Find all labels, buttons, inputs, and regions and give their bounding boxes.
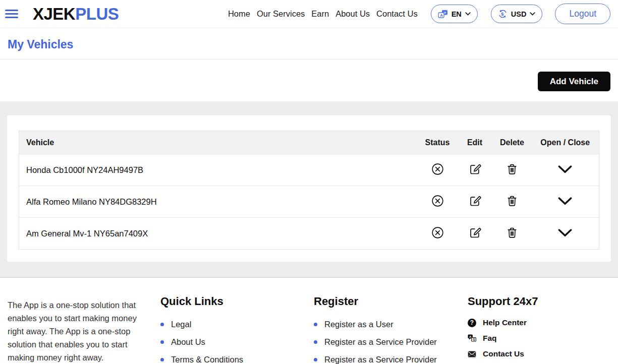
register-title: Register: [314, 295, 468, 308]
footer-link-label: Register as a Service Provider: [324, 355, 437, 364]
language-value: EN: [452, 10, 462, 18]
bullet-icon: [314, 323, 317, 326]
delete-button[interactable]: [504, 225, 520, 242]
bullet-icon: [160, 323, 164, 326]
content-section: Vehicle Status Edit Delete Open / Close …: [0, 101, 618, 277]
footer-link-label: Contact Us: [483, 349, 524, 358]
footer-register-column: Register Register as a User Register as …: [314, 291, 468, 364]
edit-pencil-icon: [468, 162, 482, 177]
footer-link-label: Help Center: [483, 318, 527, 327]
currency-exchange-icon: $: [498, 9, 508, 19]
translate-icon: A: [438, 10, 448, 19]
open-close-toggle[interactable]: [556, 164, 574, 176]
mail-icon: [468, 350, 476, 358]
footer-link-register-user[interactable]: Register as a User: [314, 320, 468, 329]
main-nav: Home Our Services Earn About Us Contact …: [228, 4, 610, 24]
circle-x-icon: [431, 162, 444, 177]
circle-x-icon: [431, 194, 444, 209]
nav-item-about-us[interactable]: About Us: [335, 9, 370, 19]
edit-pencil-icon: [468, 226, 482, 241]
faq-icon: A Q: [468, 334, 476, 343]
footer-link-faq[interactable]: A Q Faq: [468, 334, 610, 343]
currency-value: USD: [511, 10, 527, 18]
question-circle-icon: ?: [468, 319, 476, 327]
footer-link-terms-conditions[interactable]: Terms & Conditions: [160, 355, 314, 364]
quick-links-title: Quick Links: [160, 295, 314, 308]
footer-support-column: Support 24x7 ? Help Center A Q Faq: [468, 291, 610, 364]
bullet-icon: [314, 358, 317, 361]
language-selector[interactable]: A EN: [431, 5, 478, 23]
column-header-delete: Delete: [493, 131, 532, 154]
open-close-toggle[interactable]: [556, 196, 574, 208]
chevron-down-icon: [557, 197, 573, 207]
footer-link-label: About Us: [171, 337, 205, 347]
svg-text:A: A: [469, 335, 472, 338]
svg-text:Q: Q: [473, 338, 475, 341]
logo-text-blue: PLUS: [75, 5, 119, 23]
table-header-row: Vehicle Status Edit Delete Open / Close: [19, 131, 599, 154]
column-header-status: Status: [418, 131, 457, 154]
open-close-toggle[interactable]: [556, 227, 574, 240]
status-toggle-button[interactable]: [430, 225, 445, 242]
footer-link-label: Register as a User: [324, 320, 394, 329]
support-title: Support 24x7: [468, 295, 610, 308]
footer-link-about-us[interactable]: About Us: [160, 337, 314, 347]
logout-button[interactable]: Logout: [555, 4, 610, 24]
chevron-down-icon: [465, 12, 471, 16]
chevron-down-icon: [530, 12, 535, 16]
vehicles-table: Vehicle Status Edit Delete Open / Close …: [19, 131, 599, 250]
status-toggle-button[interactable]: [430, 193, 445, 210]
footer-link-register-provider[interactable]: Register as a Service Provider: [314, 337, 468, 347]
nav-item-contact-us[interactable]: Contact Us: [376, 9, 418, 19]
footer-about-text: The App is a one-stop solution that enab…: [8, 298, 151, 364]
nav-item-earn[interactable]: Earn: [311, 9, 329, 19]
footer-link-register-provider-2[interactable]: Register as a Service Provider: [314, 355, 468, 364]
currency-selector[interactable]: $ USD: [491, 5, 543, 23]
trash-icon: [505, 194, 519, 209]
delete-button[interactable]: [504, 161, 520, 178]
footer-link-label: Legal: [171, 320, 191, 329]
top-navbar: XJEKPLUS Home Our Services Earn About Us…: [0, 0, 618, 28]
bullet-icon: [314, 340, 317, 344]
footer-link-label: Faq: [483, 334, 497, 343]
table-row: Am General Mv-1 NY65an7409X: [19, 218, 599, 250]
table-row: Honda Cb1000f NY24AH9497B: [19, 154, 599, 186]
trash-icon: [505, 226, 519, 241]
footer-link-legal[interactable]: Legal: [160, 320, 314, 329]
column-header-vehicle: Vehicle: [19, 131, 418, 154]
edit-pencil-icon: [468, 194, 482, 209]
vehicle-name: Honda Cb1000f NY24AH9497B: [19, 154, 418, 186]
hamburger-menu-icon[interactable]: [5, 10, 18, 18]
edit-button[interactable]: [467, 193, 483, 210]
footer-link-label: Terms & Conditions: [171, 355, 243, 364]
footer-quick-links-column: Quick Links Legal About Us Terms & Condi…: [160, 291, 314, 364]
delete-button[interactable]: [504, 193, 520, 210]
column-header-open-close: Open / Close: [532, 131, 599, 154]
nav-item-home[interactable]: Home: [228, 9, 250, 19]
footer-link-label: Register as a Service Provider: [324, 337, 437, 347]
chevron-down-icon: [557, 165, 573, 175]
bullet-icon: [160, 340, 164, 344]
bullet-icon: [160, 358, 164, 361]
svg-text:A: A: [440, 13, 443, 17]
edit-button[interactable]: [467, 161, 483, 178]
logo-text-black: XJEK: [33, 5, 75, 23]
footer-link-contact-us[interactable]: Contact Us: [468, 349, 610, 358]
page-title: My Vehicles: [8, 38, 618, 51]
column-header-edit: Edit: [457, 131, 493, 154]
table-row: Alfa Romeo Milano NY84DG8329H: [19, 186, 599, 218]
nav-item-our-services[interactable]: Our Services: [257, 9, 305, 19]
add-vehicle-button[interactable]: Add Vehicle: [538, 72, 610, 91]
status-toggle-button[interactable]: [430, 161, 445, 178]
app-logo[interactable]: XJEKPLUS: [33, 5, 119, 24]
chevron-down-icon: [557, 228, 573, 239]
footer-link-help-center[interactable]: ? Help Center: [468, 318, 610, 327]
vehicles-card: Vehicle Status Edit Delete Open / Close …: [7, 115, 611, 262]
footer: The App is a one-stop solution that enab…: [0, 277, 618, 364]
svg-text:$: $: [501, 12, 503, 17]
vehicle-name: Alfa Romeo Milano NY84DG8329H: [19, 186, 418, 218]
edit-button[interactable]: [467, 225, 483, 242]
trash-icon: [505, 162, 519, 177]
circle-x-icon: [431, 226, 444, 241]
footer-about-column: The App is a one-stop solution that enab…: [8, 291, 160, 364]
